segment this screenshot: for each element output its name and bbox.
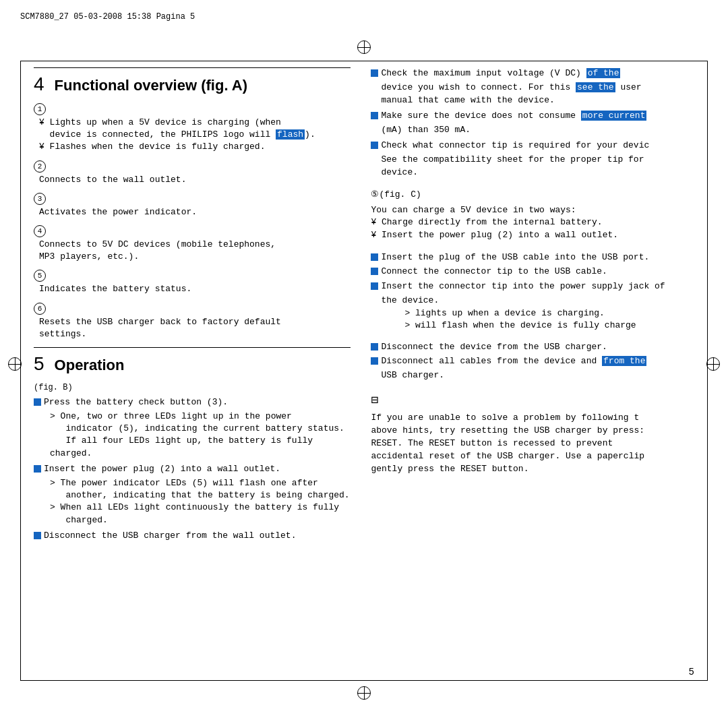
mbullet2-row: Connect the connector tip to the USB cab… bbox=[371, 266, 694, 278]
rbullet1-line2: device you wish to connect. For this see… bbox=[371, 82, 694, 94]
circle-4: 4 bbox=[34, 225, 46, 237]
fig-c-line2: ¥ Insert the power plug (2) into a wall … bbox=[371, 229, 694, 242]
bbullet1-icon bbox=[371, 343, 378, 351]
item-6-line1: Resets the USB charger back to factory d… bbox=[39, 317, 281, 327]
rbullet1-row: Check the maximum input voltage (V DC) o… bbox=[371, 67, 694, 80]
item-1-content: ¥ Lights up when a 5V device is charging… bbox=[34, 117, 351, 154]
bbullet2-icon bbox=[371, 357, 378, 365]
note-icon: ⊟ bbox=[371, 392, 694, 409]
item-1-line2b: ). bbox=[305, 129, 315, 140]
step2-sub2: another, indicating that the battery is … bbox=[34, 489, 351, 502]
from-the-highlight: from the bbox=[602, 356, 646, 366]
step2-sub3: > When all LEDs light continuously the b… bbox=[34, 502, 351, 514]
right-mid-bullets: Insert the plug of the USB cable into th… bbox=[371, 251, 694, 332]
page-number: 5 bbox=[689, 667, 694, 677]
header-filename: SCM7880_27 05-03-2008 15:38 Pagina 5 bbox=[20, 12, 195, 22]
item-6-line2: settings. bbox=[39, 329, 86, 339]
fig-c-section: ⑤(fig. C) You can charge a 5V device in … bbox=[371, 189, 694, 242]
rbullet3-line3: device. bbox=[371, 166, 694, 179]
bbullet2-text: Disconnect all cables from the device an… bbox=[381, 355, 694, 367]
gt2: > will flash when the device is fully ch… bbox=[371, 320, 694, 332]
rbullet2-line2: (mA) than 350 mA. bbox=[371, 124, 694, 137]
mbullet2-text: Connect the connector tip to the USB cab… bbox=[381, 266, 694, 278]
item-2-content: Connects to the wall outlet. bbox=[34, 174, 351, 186]
item-4-line1: Connects to 5V DC devices (mobile teleph… bbox=[39, 239, 276, 249]
right-column: Check the maximum input voltage (V DC) o… bbox=[371, 67, 694, 674]
of-the-highlight: of the bbox=[586, 68, 621, 78]
fig-c-intro: You can charge a 5V device in two ways: bbox=[371, 204, 694, 217]
step1-row: Press the battery check button (3). bbox=[34, 396, 351, 408]
step3-bullet bbox=[34, 532, 41, 539]
mbullet3-row: Insert the connector tip into the power … bbox=[371, 280, 694, 293]
main-content: 4 Functional overview (fig. A) 1 ¥ Light… bbox=[34, 67, 694, 674]
step2-text: Insert the power plug (2) into a wall ou… bbox=[44, 463, 351, 475]
rbullet1-line3: manual that came with the device. bbox=[371, 94, 694, 107]
item-3: 3 Activates the power indicator. bbox=[34, 193, 351, 218]
note-line3: RESET. The RESET button is recessed to p… bbox=[371, 437, 694, 450]
crosshair-right bbox=[706, 357, 720, 371]
note-line5: gently press the RESET button. bbox=[371, 463, 694, 476]
step1-bullet bbox=[34, 398, 41, 406]
section5-number: 5 bbox=[34, 353, 44, 375]
step2-row: Insert the power plug (2) into a wall ou… bbox=[34, 463, 351, 475]
item-2: 2 Connects to the wall outlet. bbox=[34, 160, 351, 186]
circle-2: 2 bbox=[34, 160, 46, 173]
rbullet2-row: Make sure the device does not consume mo… bbox=[371, 110, 694, 122]
bbullet2-row: Disconnect all cables from the device an… bbox=[371, 355, 694, 367]
note-line2: above hints, try resetting the USB charg… bbox=[371, 425, 694, 437]
bbullet1-row: Disconnect the device from the USB charg… bbox=[371, 341, 694, 353]
item-1: 1 ¥ Lights up when a 5V device is chargi… bbox=[34, 103, 351, 154]
fig-b-label: (fig. B) bbox=[34, 383, 351, 392]
mbullet1-text: Insert the plug of the USB cable into th… bbox=[381, 251, 694, 264]
rbullet1-icon bbox=[371, 69, 378, 77]
section5-divider bbox=[34, 347, 351, 348]
header-bar: SCM7880_27 05-03-2008 15:38 Pagina 5 bbox=[20, 12, 708, 22]
see-the-highlight: see the bbox=[576, 82, 615, 92]
section4-title: Functional overview (fig. A) bbox=[55, 77, 247, 94]
step1-sub3: If all four LEDs light up, the battery i… bbox=[34, 435, 351, 459]
section5-title: Operation bbox=[55, 357, 125, 374]
step2-sub1: > The power indicator LEDs (5) will flas… bbox=[34, 477, 351, 489]
two-column-layout: 4 Functional overview (fig. A) 1 ¥ Light… bbox=[34, 67, 694, 674]
item-5-content: Indicates the battery status. bbox=[34, 283, 351, 295]
mbullet2-icon bbox=[371, 268, 378, 275]
item-3-content: Activates the power indicator. bbox=[34, 206, 351, 218]
mbullet3-text: Insert the connector tip into the power … bbox=[381, 280, 694, 293]
item-6-content: Resets the USB charger back to factory d… bbox=[34, 316, 351, 340]
mbullet3-line2: the device. bbox=[371, 295, 694, 307]
item-1-line2: device is connected, the PHILIPS logo wi… bbox=[39, 129, 276, 140]
item-5: 5 Indicates the battery status. bbox=[34, 270, 351, 295]
circle-5: 5 bbox=[34, 270, 46, 282]
rbullet1-text: Check the maximum input voltage (V DC) o… bbox=[381, 67, 694, 80]
item-2-text: Connects to the wall outlet. bbox=[39, 175, 186, 185]
step2-bullet bbox=[34, 465, 41, 473]
section5: 5 Operation (fig. B) Press the battery c… bbox=[34, 347, 351, 542]
mbullet1-row: Insert the plug of the USB cable into th… bbox=[371, 251, 694, 264]
item-1-line3: ¥ Flashes when the device is fully charg… bbox=[39, 142, 265, 152]
note-line1: If you are unable to solve a problem by … bbox=[371, 412, 694, 425]
rbullet2-icon bbox=[371, 112, 378, 119]
gt1: > lights up when a device is charging. bbox=[371, 307, 694, 320]
item-6: 6 Resets the USB charger back to factory… bbox=[34, 303, 351, 340]
item-5-text: Indicates the battery status. bbox=[39, 284, 191, 294]
more-current-highlight: more current bbox=[581, 111, 647, 121]
step1-sub1: > One, two or three LEDs light up in the… bbox=[34, 411, 351, 423]
crosshair-bottom bbox=[357, 686, 371, 700]
rbullet3-icon bbox=[371, 142, 378, 149]
circle-1: 1 bbox=[34, 103, 46, 115]
fig-c-line1: ¥ Charge directly from the internal batt… bbox=[371, 216, 694, 229]
bbullet1-text: Disconnect the device from the USB charg… bbox=[381, 341, 694, 353]
item-4-line2: MP3 players, etc.). bbox=[39, 251, 139, 262]
circle-6: 6 bbox=[34, 303, 46, 315]
step3-text: Disconnect the USB charger from the wall… bbox=[44, 530, 351, 542]
rbullet3-row: Check what connector tip is required for… bbox=[371, 140, 694, 152]
right-top-bullets: Check the maximum input voltage (V DC) o… bbox=[371, 67, 694, 179]
rbullet2-text: Make sure the device does not consume mo… bbox=[381, 110, 694, 122]
right-bot-bullets: Disconnect the device from the USB charg… bbox=[371, 341, 694, 382]
step1-text: Press the battery check button (3). bbox=[44, 396, 351, 408]
step1-sub2: indicator (5), indicating the current ba… bbox=[34, 423, 351, 435]
note-line4: accidental reset of the USB charger. Use… bbox=[371, 450, 694, 463]
left-column: 4 Functional overview (fig. A) 1 ¥ Light… bbox=[34, 67, 351, 674]
section4-heading: 4 Functional overview (fig. A) bbox=[34, 73, 351, 95]
item-1-line1: ¥ Lights up when a 5V device is charging… bbox=[39, 117, 281, 127]
